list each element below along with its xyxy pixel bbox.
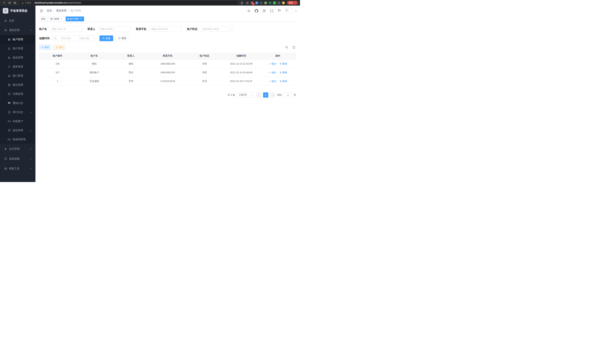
browser-home-icon[interactable] bbox=[13, 1, 17, 5]
browser-menu-icon[interactable]: ⋮ bbox=[294, 2, 296, 4]
screen: 不安全 dashboard.yudao.iocoder.cn/system/te… bbox=[0, 0, 300, 182]
sidebar-item-dict[interactable]: 字典管理 bbox=[0, 89, 36, 99]
help-icon[interactable] bbox=[261, 8, 267, 14]
pencil-icon bbox=[269, 71, 271, 74]
reset-button[interactable]: 重置 bbox=[115, 36, 129, 41]
delete-link[interactable]: 删除 bbox=[280, 80, 287, 83]
sidebar-item-role[interactable]: 角色管理 bbox=[0, 53, 36, 62]
fullscreen-icon[interactable] bbox=[269, 8, 275, 14]
table-toolbar: 新增 导出 bbox=[39, 45, 296, 50]
close-tab-icon[interactable]: × bbox=[60, 18, 63, 20]
start-date-placeholder[interactable]: 开始日期 bbox=[58, 37, 74, 40]
cell-actions: 修改 删除 bbox=[260, 59, 296, 68]
sidebar-item-menu[interactable]: 菜单管理 bbox=[0, 62, 36, 71]
sidebar-item-error-code[interactable]: </> 错误码管理 bbox=[0, 135, 36, 144]
goto-page-input[interactable] bbox=[284, 92, 292, 98]
add-button[interactable]: 新增 bbox=[39, 45, 51, 50]
breadcrumb-home[interactable]: 首页 bbox=[47, 9, 52, 12]
extension-badge: 10 bbox=[252, 3, 254, 5]
cell-tenant-id: 108 bbox=[39, 59, 76, 68]
document-edit-icon bbox=[8, 111, 10, 114]
delete-link[interactable]: 删除 bbox=[280, 71, 287, 74]
org-tree-icon bbox=[8, 75, 10, 77]
filter-mobile: 联系手机 bbox=[136, 26, 182, 32]
chevron-left-icon bbox=[258, 94, 260, 96]
breadcrumb-system[interactable]: 系统管理 bbox=[56, 9, 66, 12]
sidebar-section-system[interactable]: 系统管理 bbox=[0, 25, 36, 35]
refresh-table-icon[interactable] bbox=[291, 45, 296, 50]
sidebar-fold-icon[interactable] bbox=[40, 9, 43, 12]
export-button[interactable]: 导出 bbox=[53, 45, 65, 50]
prev-page-button[interactable] bbox=[256, 92, 261, 98]
col-status: 租户状态 bbox=[186, 53, 223, 59]
cell-mobile: 15601691300 bbox=[149, 59, 186, 68]
sidebar-item-audit-log[interactable]: 审计日志 bbox=[0, 108, 36, 117]
sidebar-item-online-users[interactable]: 在线用户 bbox=[0, 117, 36, 126]
delete-link[interactable]: 删除 bbox=[280, 62, 287, 65]
edit-link[interactable]: 修改 bbox=[269, 80, 276, 83]
sidebar-item-user[interactable]: 用户管理 bbox=[0, 44, 36, 53]
profile-avatar[interactable] bbox=[282, 1, 285, 4]
sidebar-item-tenant[interactable]: 租户管理 bbox=[0, 35, 36, 44]
close-tab-icon[interactable]: × bbox=[80, 18, 82, 20]
table-row: 108 测试 测试 15601691300 关闭 2021-12-14 21:0… bbox=[39, 59, 296, 68]
extension-icon-5[interactable] bbox=[269, 1, 272, 4]
mobile-input[interactable] bbox=[149, 26, 182, 32]
status-select[interactable]: 请选择租户状态 bbox=[200, 26, 233, 32]
tenant-name-label: 租户名 bbox=[39, 28, 47, 31]
sidebar-item-notice[interactable]: 通知公告 bbox=[0, 99, 36, 108]
cell-status: 开启 bbox=[186, 77, 223, 85]
extension-icon-1[interactable]: 10 bbox=[251, 1, 254, 4]
col-created: 创建时间 bbox=[223, 53, 260, 59]
sidebar-section-infra[interactable]: 基础设施 bbox=[0, 154, 36, 164]
tab-home[interactable]: 首页 bbox=[39, 17, 47, 21]
contact-input[interactable] bbox=[98, 26, 131, 32]
chevron-right-icon bbox=[272, 94, 273, 96]
page-content: 租户名 联系人 联系手机 租户状态 请选择租户状态 bbox=[36, 22, 300, 182]
end-date-placeholder[interactable]: 结束日期 bbox=[76, 37, 92, 40]
extension-icon-3[interactable] bbox=[260, 1, 262, 4]
user-avatar-broken-image[interactable] bbox=[285, 8, 292, 13]
omnibox-divider bbox=[33, 2, 33, 4]
sidebar-item-home[interactable]: 首页 bbox=[0, 16, 36, 25]
date-range-picker[interactable]: 开始日期 - 结束日期 bbox=[52, 36, 94, 41]
tab-tenant-active[interactable]: 租户管理 × bbox=[66, 17, 84, 21]
edit-link[interactable]: 修改 bbox=[269, 71, 276, 74]
font-size-icon[interactable]: TT bbox=[276, 8, 282, 14]
sidebar-item-dept[interactable]: 部门管理 bbox=[0, 71, 36, 80]
bookmark-star-icon[interactable] bbox=[245, 1, 249, 5]
sidebar-section-devtools[interactable]: 研发工具 bbox=[0, 164, 36, 173]
sidebar-section-payment[interactable]: ¥ 支付管理 bbox=[0, 144, 36, 154]
logo-avatar bbox=[3, 8, 8, 14]
trash-icon bbox=[280, 80, 282, 82]
edit-link[interactable]: 修改 bbox=[269, 62, 276, 65]
search-button[interactable]: 搜索 bbox=[99, 36, 113, 41]
not-secure-warning[interactable]: 不安全 bbox=[21, 1, 31, 4]
tab-dept[interactable]: 部门管理 × bbox=[48, 17, 65, 21]
contact-label: 联系人 bbox=[88, 28, 95, 31]
sidebar-item-post[interactable]: 岗位管理 bbox=[0, 80, 36, 89]
extension-icon-6[interactable] bbox=[273, 1, 276, 4]
extension-icon-4[interactable] bbox=[264, 1, 267, 4]
toolbox-icon bbox=[4, 167, 7, 170]
toggle-search-icon[interactable] bbox=[284, 45, 289, 50]
search-icon[interactable] bbox=[246, 8, 252, 14]
sidebar-item-sms[interactable]: 短信管理 bbox=[0, 126, 36, 135]
extensions-puzzle-icon[interactable] bbox=[278, 1, 280, 4]
filter-tenant-name: 租户名 bbox=[39, 26, 82, 32]
browser-reload-icon[interactable] bbox=[8, 1, 11, 5]
next-page-button[interactable] bbox=[270, 92, 275, 98]
github-icon[interactable] bbox=[254, 8, 259, 14]
cell-actions: 修改 删除 bbox=[260, 77, 296, 85]
chevron-down-icon bbox=[30, 167, 32, 169]
avatar-caret-down-icon[interactable] bbox=[295, 11, 297, 12]
tenant-name-input[interactable] bbox=[49, 26, 82, 32]
extension-icon-2[interactable] bbox=[255, 1, 258, 4]
url-bar[interactable]: 不安全 dashboard.yudao.iocoder.cn/system/te… bbox=[19, 1, 238, 5]
share-icon[interactable] bbox=[240, 1, 244, 5]
browser-update-button[interactable]: 更新 ⋮ bbox=[287, 1, 298, 5]
col-mobile: 联系手机 bbox=[149, 53, 186, 59]
page-size-select[interactable]: 10条/页 bbox=[237, 92, 254, 98]
browser-back-icon[interactable] bbox=[2, 1, 6, 5]
page-1-button[interactable]: 1 bbox=[263, 92, 268, 98]
